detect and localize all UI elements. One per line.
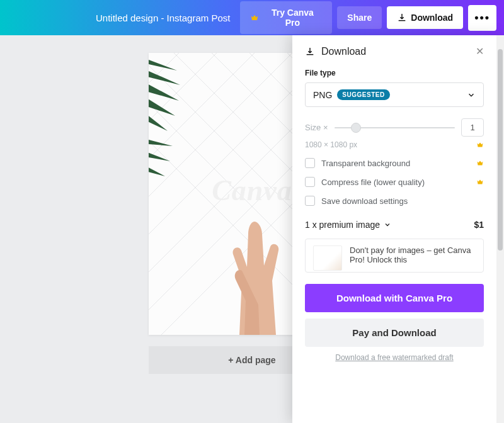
suggested-badge: SUGGESTED: [337, 89, 389, 100]
download-button[interactable]: Download: [387, 6, 463, 29]
promo-text: Don't pay for images – get Canva Pro! Un…: [350, 245, 476, 264]
chevron-down-icon: [467, 91, 476, 99]
size-slider[interactable]: [335, 127, 455, 128]
crown-icon: [476, 159, 484, 167]
scrollbar-thumb[interactable]: [498, 49, 503, 251]
pay-and-download-button[interactable]: Pay and Download: [305, 319, 484, 347]
download-icon: [397, 13, 407, 23]
file-type-select[interactable]: PNG SUGGESTED: [305, 82, 484, 107]
premium-summary-dropdown[interactable]: 1 x premium image $1: [305, 220, 484, 230]
share-button[interactable]: Share: [337, 6, 382, 29]
more-menu-button[interactable]: •••: [468, 5, 496, 31]
watermarked-draft-link[interactable]: Download a free watermarked draft: [305, 353, 484, 362]
crown-icon: [476, 178, 484, 186]
price-text: $1: [474, 220, 484, 230]
panel-title: Download: [321, 46, 469, 57]
panel-scrollbar[interactable]: [496, 35, 504, 423]
canva-pro-promo[interactable]: Don't pay for images – get Canva Pro! Un…: [305, 239, 484, 273]
transparent-bg-checkbox[interactable]: Transparent background: [305, 158, 484, 168]
checkbox-icon: [305, 177, 315, 187]
try-canva-pro-button[interactable]: Try Canva Pro: [240, 1, 332, 34]
size-input[interactable]: 1: [461, 118, 484, 137]
download-button-label: Download: [411, 13, 453, 23]
compress-checkbox[interactable]: Compress file (lower quality): [305, 177, 484, 187]
try-canva-pro-label: Try Canva Pro: [263, 8, 322, 28]
download-with-pro-button[interactable]: Download with Canva Pro: [305, 284, 484, 312]
save-settings-label: Save download settings: [321, 196, 408, 206]
compress-label: Compress file (lower quality): [321, 178, 425, 187]
slider-thumb[interactable]: [351, 123, 361, 133]
checkbox-icon: [305, 158, 315, 168]
save-settings-checkbox[interactable]: Save download settings: [305, 196, 484, 206]
chevron-down-icon: [384, 221, 391, 228]
premium-summary-text: 1 x premium image: [305, 220, 380, 230]
size-label: Size ×: [305, 123, 328, 132]
crown-icon: [250, 13, 259, 22]
file-type-value: PNG: [313, 90, 332, 100]
promo-thumbnail: [313, 245, 342, 271]
hands-image: [210, 222, 305, 335]
crown-icon: [476, 141, 484, 149]
download-panel: Download ✕ File type PNG SUGGESTED Size …: [292, 35, 504, 423]
dimensions-text: 1080 × 1080 px: [305, 140, 357, 149]
checkbox-icon: [305, 196, 315, 206]
document-title[interactable]: Untitled design - Instagram Post: [96, 13, 230, 23]
download-icon: [305, 47, 315, 57]
close-icon[interactable]: ✕: [476, 45, 484, 57]
file-type-label: File type: [305, 69, 484, 77]
transparent-bg-label: Transparent background: [321, 159, 410, 168]
topbar: Untitled design - Instagram Post Try Can…: [0, 0, 504, 35]
palm-leaf-image-2: [149, 135, 179, 191]
canva-watermark: Canva: [212, 174, 292, 207]
